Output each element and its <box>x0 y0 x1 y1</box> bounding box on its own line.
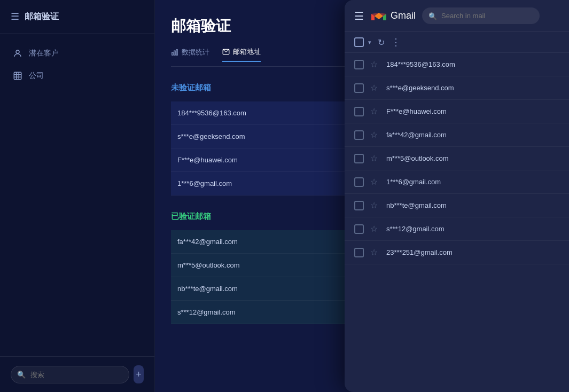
sidebar-title: 邮箱验证 <box>25 11 59 22</box>
gmail-logo-svg <box>370 10 387 22</box>
sidebar-item-potential-customers[interactable]: 潜在客户 <box>0 42 154 65</box>
refresh-icon[interactable]: ↻ <box>378 37 385 48</box>
gmail-search-wrap: 🔍 <box>422 7 559 24</box>
tab-stats-label: 数据统计 <box>182 48 209 57</box>
search-wrapper: 🔍 <box>11 366 129 383</box>
email-checkbox[interactable] <box>354 60 364 69</box>
gmail-search-icon: 🔍 <box>428 12 437 20</box>
person-icon <box>13 49 22 58</box>
svg-point-0 <box>16 50 19 53</box>
star-icon[interactable]: ☆ <box>370 200 380 210</box>
list-item[interactable]: ☆ 23***251@gmail.com <box>345 241 569 264</box>
email-address: F***e@huawei.com <box>386 107 559 115</box>
email-address: s***e@geeksend.com <box>386 84 559 92</box>
email-address: 184***9536@163.com <box>386 60 559 68</box>
nav-label-company: 公司 <box>29 71 44 81</box>
email-checkbox[interactable] <box>354 224 364 234</box>
sidebar-search-area: 🔍 + <box>0 356 154 392</box>
email-address: fa***42@gmail.com <box>386 131 559 139</box>
email-address: m***5@outlook.com <box>386 154 559 162</box>
list-item[interactable]: ☆ s***e@geeksend.com <box>345 76 569 100</box>
star-icon[interactable]: ☆ <box>370 130 380 140</box>
email-checkbox[interactable] <box>354 201 364 210</box>
sidebar: ☰ 邮箱验证 潜在客户 公司 <box>0 0 155 392</box>
gmail-logo-text: Gmail <box>391 10 416 21</box>
sidebar-header: ☰ 邮箱验证 <box>0 0 154 34</box>
building-icon <box>13 71 22 81</box>
svg-rect-6 <box>172 52 173 55</box>
list-item[interactable]: ☆ s***12@gmail.com <box>345 217 569 241</box>
add-button[interactable]: + <box>134 365 144 383</box>
stats-icon <box>171 49 178 56</box>
star-icon[interactable]: ☆ <box>370 224 380 234</box>
checkbox-chevron-icon[interactable]: ▾ <box>368 39 371 46</box>
nav-label-potential-customers: 潜在客户 <box>29 49 59 58</box>
email-checkbox[interactable] <box>354 130 364 140</box>
list-item[interactable]: ☆ m***5@outlook.com <box>345 147 569 170</box>
menu-icon: ☰ <box>11 11 19 22</box>
star-icon[interactable]: ☆ <box>370 177 380 187</box>
select-all-checkbox[interactable] <box>354 37 364 47</box>
star-icon[interactable]: ☆ <box>370 59 380 69</box>
list-item[interactable]: ☆ 184***9536@163.com <box>345 53 569 76</box>
star-icon[interactable]: ☆ <box>370 153 380 163</box>
list-item[interactable]: ☆ 1***6@gmail.com <box>345 170 569 194</box>
svg-rect-1 <box>14 72 21 80</box>
gmail-email-list: ☆ 184***9536@163.com ☆ s***e@geeksend.co… <box>345 53 569 392</box>
list-item[interactable]: ☆ fa***42@gmail.com <box>345 123 569 147</box>
email-address: 23***251@gmail.com <box>386 248 559 256</box>
gmail-panel: ☰ Gmail 🔍 <box>345 0 569 392</box>
email-checkbox[interactable] <box>354 154 364 163</box>
tab-email-label: 邮箱地址 <box>233 47 261 57</box>
email-checkbox[interactable] <box>354 83 364 93</box>
gmail-header: ☰ Gmail 🔍 <box>345 0 569 32</box>
gmail-search-input[interactable] <box>422 7 540 24</box>
list-item[interactable]: ☆ F***e@huawei.com <box>345 100 569 123</box>
email-checkbox[interactable] <box>354 107 364 116</box>
star-icon[interactable]: ☆ <box>370 106 380 116</box>
search-input[interactable] <box>11 366 129 383</box>
email-checkbox[interactable] <box>354 248 364 257</box>
gmail-toolbar: ▾ ↻ ⋮ <box>345 32 569 53</box>
gmail-logo: Gmail <box>370 10 416 22</box>
sidebar-item-company[interactable]: 公司 <box>0 65 154 87</box>
email-address: 1***6@gmail.com <box>386 178 559 186</box>
sidebar-nav: 潜在客户 公司 <box>0 34 154 356</box>
email-address: s***12@gmail.com <box>386 225 559 233</box>
gmail-menu-icon[interactable]: ☰ <box>354 10 364 22</box>
tab-email[interactable]: 邮箱地址 <box>222 47 261 62</box>
star-icon[interactable]: ☆ <box>370 247 380 257</box>
star-icon[interactable]: ☆ <box>370 83 380 93</box>
email-address: nb***te@gmail.com <box>386 201 559 209</box>
email-checkbox[interactable] <box>354 177 364 187</box>
list-item[interactable]: ☆ nb***te@gmail.com <box>345 194 569 217</box>
email-icon <box>222 48 230 56</box>
svg-rect-8 <box>176 50 177 56</box>
more-options-icon[interactable]: ⋮ <box>391 36 401 48</box>
svg-rect-7 <box>174 51 175 55</box>
tab-stats[interactable]: 数据统计 <box>171 47 209 62</box>
